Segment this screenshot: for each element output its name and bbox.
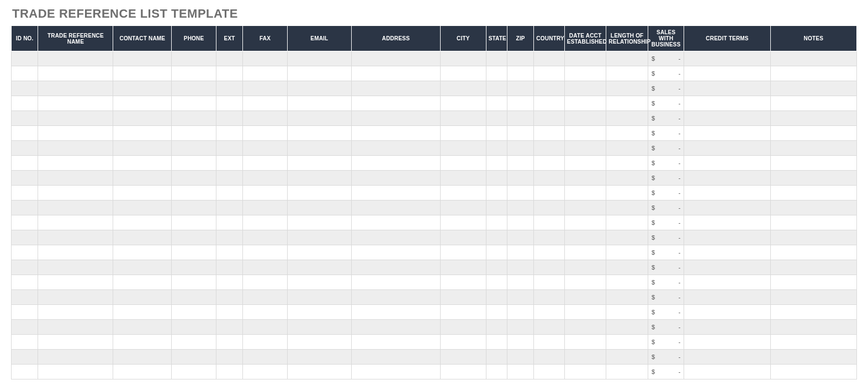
cell-city[interactable] bbox=[441, 350, 486, 365]
cell-credit-terms[interactable] bbox=[684, 126, 770, 141]
cell-id-no[interactable] bbox=[12, 171, 38, 186]
cell-length-of-relationship[interactable] bbox=[606, 171, 648, 186]
cell-state[interactable] bbox=[486, 260, 507, 275]
cell-address[interactable] bbox=[351, 141, 440, 156]
cell-fax[interactable] bbox=[243, 230, 288, 245]
cell-zip[interactable] bbox=[507, 111, 533, 126]
cell-ext[interactable] bbox=[216, 126, 242, 141]
cell-address[interactable] bbox=[351, 245, 440, 260]
cell-country[interactable] bbox=[534, 275, 564, 290]
cell-email[interactable] bbox=[287, 201, 351, 215]
cell-city[interactable] bbox=[441, 365, 486, 379]
cell-city[interactable] bbox=[441, 245, 486, 260]
cell-notes[interactable] bbox=[770, 126, 856, 141]
cell-notes[interactable] bbox=[770, 51, 856, 66]
cell-notes[interactable] bbox=[770, 245, 856, 260]
cell-state[interactable] bbox=[486, 81, 507, 96]
cell-credit-terms[interactable] bbox=[684, 335, 770, 350]
cell-trade-reference-name[interactable] bbox=[38, 156, 113, 171]
cell-credit-terms[interactable] bbox=[684, 81, 770, 96]
cell-zip[interactable] bbox=[507, 96, 533, 111]
cell-length-of-relationship[interactable] bbox=[606, 245, 648, 260]
cell-id-no[interactable] bbox=[12, 186, 38, 201]
cell-contact-name[interactable] bbox=[113, 51, 172, 66]
cell-state[interactable] bbox=[486, 156, 507, 171]
cell-contact-name[interactable] bbox=[113, 305, 172, 320]
cell-date-acct-established[interactable] bbox=[564, 126, 606, 141]
cell-length-of-relationship[interactable] bbox=[606, 260, 648, 275]
cell-ext[interactable] bbox=[216, 81, 242, 96]
cell-zip[interactable] bbox=[507, 260, 533, 275]
cell-notes[interactable] bbox=[770, 260, 856, 275]
cell-ext[interactable] bbox=[216, 260, 242, 275]
cell-length-of-relationship[interactable] bbox=[606, 275, 648, 290]
cell-phone[interactable] bbox=[172, 245, 216, 260]
cell-country[interactable] bbox=[534, 126, 564, 141]
cell-date-acct-established[interactable] bbox=[564, 320, 606, 335]
cell-notes[interactable] bbox=[770, 350, 856, 365]
cell-email[interactable] bbox=[287, 111, 351, 126]
cell-ext[interactable] bbox=[216, 275, 242, 290]
cell-email[interactable] bbox=[287, 290, 351, 305]
cell-date-acct-established[interactable] bbox=[564, 245, 606, 260]
cell-trade-reference-name[interactable] bbox=[38, 260, 113, 275]
cell-city[interactable] bbox=[441, 126, 486, 141]
cell-ext[interactable] bbox=[216, 305, 242, 320]
cell-city[interactable] bbox=[441, 111, 486, 126]
cell-country[interactable] bbox=[534, 111, 564, 126]
cell-zip[interactable] bbox=[507, 290, 533, 305]
cell-city[interactable] bbox=[441, 81, 486, 96]
cell-email[interactable] bbox=[287, 186, 351, 201]
cell-sales-with-business[interactable]: $- bbox=[648, 275, 684, 290]
cell-city[interactable] bbox=[441, 171, 486, 186]
cell-notes[interactable] bbox=[770, 141, 856, 156]
cell-phone[interactable] bbox=[172, 141, 216, 156]
cell-country[interactable] bbox=[534, 171, 564, 186]
cell-sales-with-business[interactable]: $- bbox=[648, 186, 684, 201]
cell-phone[interactable] bbox=[172, 230, 216, 245]
cell-trade-reference-name[interactable] bbox=[38, 230, 113, 245]
cell-phone[interactable] bbox=[172, 275, 216, 290]
cell-state[interactable] bbox=[486, 201, 507, 215]
cell-city[interactable] bbox=[441, 290, 486, 305]
cell-sales-with-business[interactable]: $- bbox=[648, 230, 684, 245]
cell-notes[interactable] bbox=[770, 305, 856, 320]
cell-address[interactable] bbox=[351, 96, 440, 111]
cell-email[interactable] bbox=[287, 230, 351, 245]
cell-ext[interactable] bbox=[216, 141, 242, 156]
cell-sales-with-business[interactable]: $- bbox=[648, 126, 684, 141]
cell-credit-terms[interactable] bbox=[684, 245, 770, 260]
cell-length-of-relationship[interactable] bbox=[606, 126, 648, 141]
cell-credit-terms[interactable] bbox=[684, 141, 770, 156]
cell-state[interactable] bbox=[486, 66, 507, 81]
cell-trade-reference-name[interactable] bbox=[38, 335, 113, 350]
cell-id-no[interactable] bbox=[12, 335, 38, 350]
cell-phone[interactable] bbox=[172, 111, 216, 126]
cell-address[interactable] bbox=[351, 126, 440, 141]
cell-length-of-relationship[interactable] bbox=[606, 141, 648, 156]
cell-sales-with-business[interactable]: $- bbox=[648, 335, 684, 350]
cell-notes[interactable] bbox=[770, 230, 856, 245]
cell-country[interactable] bbox=[534, 156, 564, 171]
cell-phone[interactable] bbox=[172, 365, 216, 379]
cell-fax[interactable] bbox=[243, 81, 288, 96]
cell-address[interactable] bbox=[351, 215, 440, 230]
cell-address[interactable] bbox=[351, 335, 440, 350]
cell-sales-with-business[interactable]: $- bbox=[648, 290, 684, 305]
cell-id-no[interactable] bbox=[12, 111, 38, 126]
cell-credit-terms[interactable] bbox=[684, 51, 770, 66]
cell-zip[interactable] bbox=[507, 350, 533, 365]
cell-contact-name[interactable] bbox=[113, 111, 172, 126]
cell-contact-name[interactable] bbox=[113, 66, 172, 81]
cell-phone[interactable] bbox=[172, 350, 216, 365]
cell-city[interactable] bbox=[441, 51, 486, 66]
cell-zip[interactable] bbox=[507, 126, 533, 141]
cell-fax[interactable] bbox=[243, 141, 288, 156]
cell-fax[interactable] bbox=[243, 156, 288, 171]
cell-country[interactable] bbox=[534, 96, 564, 111]
cell-email[interactable] bbox=[287, 350, 351, 365]
cell-sales-with-business[interactable]: $- bbox=[648, 81, 684, 96]
cell-id-no[interactable] bbox=[12, 201, 38, 215]
cell-sales-with-business[interactable]: $- bbox=[648, 66, 684, 81]
cell-id-no[interactable] bbox=[12, 126, 38, 141]
